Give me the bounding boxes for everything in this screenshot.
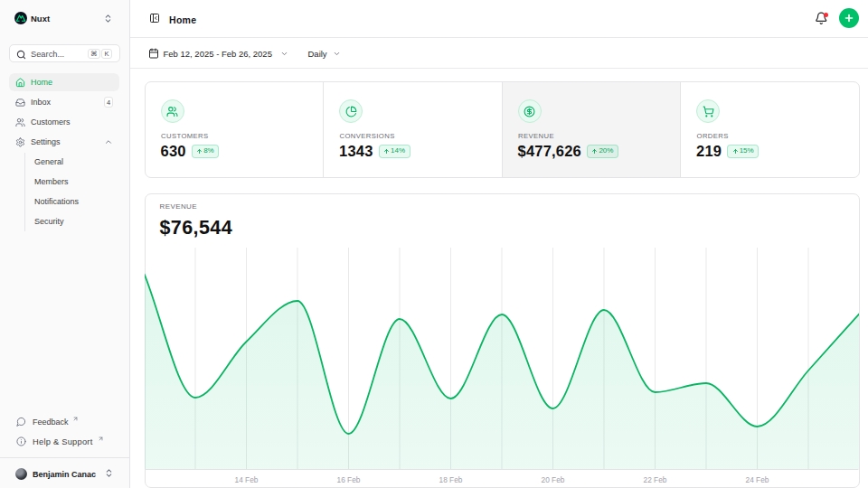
svg-text:20 Feb: 20 Feb [542, 475, 565, 484]
svg-text:22 Feb: 22 Feb [644, 475, 667, 484]
svg-text:16 Feb: 16 Feb [337, 475, 361, 484]
svg-text:24 Feb: 24 Feb [746, 475, 769, 484]
svg-text:14 Feb: 14 Feb [235, 475, 259, 484]
svg-text:18 Feb: 18 Feb [439, 475, 463, 484]
